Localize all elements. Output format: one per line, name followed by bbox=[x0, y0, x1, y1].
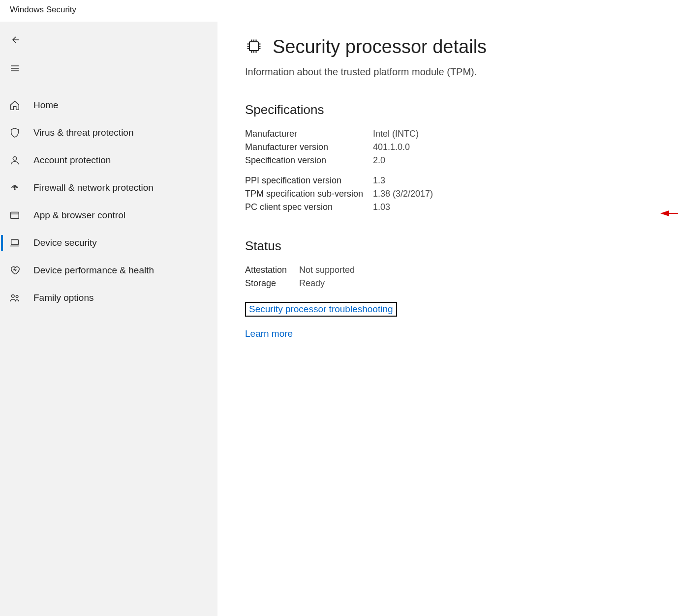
status-value: Not supported bbox=[299, 264, 355, 277]
sidebar-item-virus[interactable]: Virus & threat protection bbox=[0, 119, 217, 147]
spec-label: TPM specification sub-version bbox=[245, 187, 373, 201]
spec-group-1: Manufacturer Intel (INTC) Manufacturer v… bbox=[245, 127, 650, 167]
sidebar-item-device-security[interactable]: Device security bbox=[0, 229, 217, 257]
svg-rect-6 bbox=[249, 42, 258, 51]
main-content: Security processor details Information a… bbox=[217, 22, 678, 616]
family-icon bbox=[9, 292, 21, 304]
sidebar-item-label: App & browser control bbox=[33, 210, 125, 221]
spec-row: PC client spec version 1.03 bbox=[245, 201, 650, 214]
window-title: Windows Security bbox=[0, 0, 678, 22]
sidebar-item-label: Virus & threat protection bbox=[33, 127, 133, 138]
sidebar: Home Virus & threat protection Account p… bbox=[0, 22, 217, 616]
sidebar-item-label: Firewall & network protection bbox=[33, 182, 154, 193]
device-icon bbox=[9, 237, 21, 249]
spec-value: Intel (INTC) bbox=[373, 127, 419, 141]
home-icon bbox=[9, 99, 21, 111]
status-row: Storage Ready bbox=[245, 277, 650, 290]
spec-value: 401.1.0.0 bbox=[373, 141, 410, 154]
spec-row: PPI specification version 1.3 bbox=[245, 174, 650, 187]
svg-point-4 bbox=[12, 295, 14, 298]
sidebar-item-family[interactable]: Family options bbox=[0, 284, 217, 312]
annotation-arrow-icon bbox=[660, 208, 678, 218]
specifications-heading: Specifications bbox=[245, 102, 650, 117]
sidebar-item-label: Device security bbox=[33, 237, 97, 248]
page-title: Security processor details bbox=[273, 36, 487, 58]
spec-row: Manufacturer version 401.1.0.0 bbox=[245, 141, 650, 154]
status-heading: Status bbox=[245, 238, 650, 254]
spec-row: Manufacturer Intel (INTC) bbox=[245, 127, 650, 141]
spec-label: PPI specification version bbox=[245, 174, 373, 187]
chip-icon bbox=[245, 37, 263, 57]
spec-label: PC client spec version bbox=[245, 201, 373, 214]
svg-point-5 bbox=[16, 295, 18, 298]
specifications-section: Specifications Manufacturer Intel (INTC)… bbox=[245, 102, 650, 214]
status-section: Status Attestation Not supported Storage… bbox=[245, 238, 650, 339]
spec-row: TPM specification sub-version 1.38 (3/2/… bbox=[245, 187, 650, 201]
status-label: Storage bbox=[245, 277, 299, 290]
svg-marker-8 bbox=[660, 210, 669, 216]
shield-icon bbox=[9, 127, 21, 139]
status-value: Ready bbox=[299, 277, 325, 290]
status-label: Attestation bbox=[245, 264, 299, 277]
svg-point-1 bbox=[14, 189, 15, 190]
sidebar-item-home[interactable]: Home bbox=[0, 91, 217, 119]
page-subtitle: Information about the trusted platform m… bbox=[245, 66, 650, 78]
sidebar-item-label: Device performance & health bbox=[33, 265, 154, 276]
sidebar-item-account[interactable]: Account protection bbox=[0, 147, 217, 174]
learn-more-link[interactable]: Learn more bbox=[245, 328, 650, 339]
browser-icon bbox=[9, 209, 21, 221]
sidebar-nav: Home Virus & threat protection Account p… bbox=[0, 91, 217, 312]
sidebar-item-label: Home bbox=[33, 100, 59, 111]
troubleshoot-link[interactable]: Security processor troubleshooting bbox=[245, 302, 397, 317]
spec-row: Specification version 2.0 bbox=[245, 154, 650, 167]
sidebar-item-app-browser[interactable]: App & browser control bbox=[0, 202, 217, 229]
arrow-left-icon bbox=[9, 34, 21, 48]
back-button[interactable] bbox=[0, 29, 30, 53]
spec-label: Manufacturer version bbox=[245, 141, 373, 154]
spec-label: Manufacturer bbox=[245, 127, 373, 141]
hamburger-icon bbox=[9, 62, 21, 76]
svg-rect-3 bbox=[11, 240, 19, 245]
spec-value: 1.03 bbox=[373, 201, 390, 214]
sidebar-item-label: Family options bbox=[33, 293, 94, 303]
spec-value: 1.38 (3/2/2017) bbox=[373, 187, 433, 201]
status-row: Attestation Not supported bbox=[245, 264, 650, 277]
spec-label: Specification version bbox=[245, 154, 373, 167]
sidebar-item-firewall[interactable]: Firewall & network protection bbox=[0, 174, 217, 202]
spec-value: 2.0 bbox=[373, 154, 385, 167]
network-icon bbox=[9, 182, 21, 194]
person-icon bbox=[9, 154, 21, 166]
spec-value: 1.3 bbox=[373, 174, 385, 187]
hamburger-button[interactable] bbox=[0, 57, 30, 82]
heart-icon bbox=[9, 264, 21, 276]
svg-rect-2 bbox=[11, 212, 19, 219]
sidebar-item-performance[interactable]: Device performance & health bbox=[0, 257, 217, 284]
svg-point-0 bbox=[13, 157, 16, 160]
spec-group-2: PPI specification version 1.3 TPM specif… bbox=[245, 174, 650, 214]
sidebar-item-label: Account protection bbox=[33, 155, 111, 166]
